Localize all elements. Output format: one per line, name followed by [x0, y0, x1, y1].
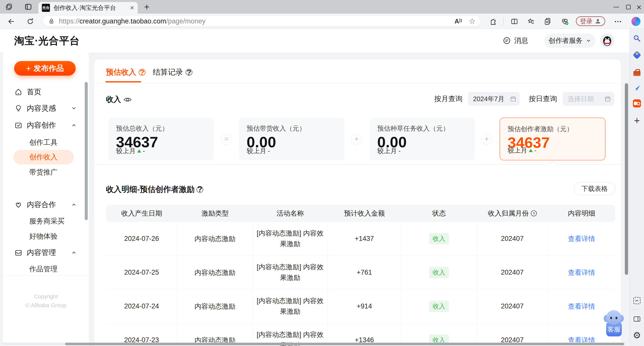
more-menu-icon[interactable] [613, 17, 622, 26]
kuaishou-icon[interactable] [633, 99, 641, 108]
copyright-line: Copyright [3, 293, 89, 300]
card-label: 预估创作者激励（元） [508, 125, 597, 133]
tab-title: 创作收入·淘宝光合平台 [53, 4, 120, 12]
publish-button[interactable]: + 发布作品 [14, 61, 76, 76]
maximize-button[interactable] [623, 2, 633, 12]
shopping-tag-icon[interactable] [633, 51, 641, 59]
view-details-link[interactable]: 查看详情 [568, 234, 595, 243]
chevron-down-icon [586, 38, 591, 43]
sidebar-item-cooperation[interactable]: 内容合作 [3, 198, 89, 211]
customer-service-button[interactable]: 客服 [605, 310, 622, 338]
login-button[interactable]: 登录 [576, 16, 605, 26]
cell-date: 2024-07-25 [106, 256, 178, 289]
card-compare: 较上月- [116, 147, 145, 155]
page-horizontal-scrollbar[interactable] [3, 342, 625, 345]
tab-estimated-income[interactable]: 预估收入 ? [106, 67, 145, 77]
browser-essentials-icon[interactable] [560, 17, 569, 26]
sidebar-divider [632, 309, 642, 310]
creator-service-dropdown[interactable]: 创作者服务 [544, 34, 596, 48]
month-query-input-box[interactable] [468, 92, 520, 106]
cell-month: 202407 [477, 290, 548, 323]
close-button[interactable]: × [634, 2, 644, 12]
copyright-owner: © Alibaba Group [3, 302, 89, 309]
workspaces-icon[interactable] [5, 3, 13, 11]
sidebar-scrollbar[interactable] [85, 82, 88, 220]
sidebar-subitem-service-purchase[interactable]: 服务商采买 [3, 215, 89, 228]
th-type: 激励类型 [178, 209, 253, 218]
th-activity: 活动名称 [253, 209, 328, 218]
cell-activity: [内容动态激励] 内容效果激励 [253, 290, 328, 323]
messages-button[interactable]: 消息 [503, 34, 528, 47]
cell-status: 收入 [401, 290, 477, 323]
tab-close-icon[interactable]: × [130, 4, 134, 11]
sidebar-item-home[interactable]: 首页 [3, 85, 89, 99]
browser-tab[interactable]: 光合 创作收入·淘宝光合平台 × [38, 2, 138, 14]
download-table-button[interactable]: 下载表格 [574, 182, 615, 195]
browser-tab-strip: 光合 创作收入·淘宝光合平台 × + × [0, 0, 644, 14]
cell-detail: 查看详情 [548, 222, 615, 255]
calendar-icon[interactable] [510, 96, 516, 102]
calendar-icon[interactable] [605, 96, 611, 102]
sidebar-subitem-product-trial[interactable]: 好物体验 [3, 230, 89, 243]
new-tab-button[interactable]: + [142, 2, 152, 12]
page-vertical-scrollbar[interactable] [625, 83, 628, 275]
split-screen-icon[interactable] [510, 17, 519, 26]
help-icon[interactable]: ? [531, 210, 537, 216]
sidebar-subitem-promotion[interactable]: 带货推广 [3, 166, 89, 179]
tab-favicon: 光合 [42, 4, 50, 12]
copilot-icon[interactable] [631, 17, 640, 26]
income-title: 收入 [106, 94, 132, 105]
cell-month: 202407 [477, 256, 548, 289]
operator-equals: = [221, 133, 232, 145]
help-icon[interactable]: ? [186, 69, 192, 76]
add-sidebar-item-icon[interactable]: + [633, 116, 641, 125]
read-aloud-icon[interactable]: A)) [454, 18, 462, 25]
income-card-creator-incentive[interactable]: 预估创作者激励（元） 34637 较上月- [500, 118, 605, 160]
eye-icon[interactable] [124, 97, 132, 103]
cell-month: 202407 [477, 222, 548, 255]
send-icon[interactable] [633, 83, 641, 92]
favorites-list-icon[interactable] [526, 17, 535, 26]
settings-gear-icon[interactable]: ⚙ [633, 331, 641, 340]
operator-plus: + [481, 133, 492, 145]
search-icon[interactable] [633, 34, 641, 43]
refresh-button[interactable] [26, 17, 35, 26]
date-query-group: 按月查询 按日查询 [434, 92, 614, 106]
th-month: 收入归属月份? [477, 209, 548, 218]
address-bar[interactable]: https://creator.guanghe.taobao.com/page/… [43, 16, 481, 26]
tools-icon[interactable] [633, 68, 641, 77]
collections-icon[interactable] [543, 17, 552, 26]
favorite-star-icon[interactable]: ☆ [469, 17, 476, 25]
sidebar-subitem-creation-tools[interactable]: 创作工具 [3, 136, 89, 149]
view-details-link[interactable]: 查看详情 [568, 302, 595, 311]
help-icon[interactable]: ? [196, 186, 203, 193]
screenshot-icon[interactable]: ✂ [633, 296, 641, 305]
handshake-heart-icon [15, 201, 22, 209]
sidebar-item-creation[interactable]: 内容创作 [3, 119, 89, 132]
card-label: 预估总收入（元） [116, 124, 206, 133]
minimize-button[interactable] [611, 2, 621, 12]
site-logo[interactable]: 淘宝·光合平台 [14, 34, 80, 48]
view-details-link[interactable]: 查看详情 [568, 268, 595, 277]
selected-card-notch [548, 160, 556, 168]
lock-icon[interactable] [48, 18, 55, 25]
sidebar-subitem-works-management[interactable]: 作品管理 [3, 263, 89, 276]
sidebar-panel-icon[interactable] [633, 315, 641, 323]
day-query-input-box[interactable] [563, 92, 614, 106]
back-button[interactable] [7, 17, 16, 26]
sidebar-item-management[interactable]: 内容管理 [3, 246, 89, 259]
user-avatar[interactable] [600, 34, 614, 48]
income-card-total: 预估总收入（元） 34637 较上月- [108, 118, 214, 160]
tab-settlement-records[interactable]: 结算记录 ? [153, 67, 192, 77]
cell-type: 内容动态激励 [178, 256, 253, 289]
help-icon[interactable]: ? [139, 69, 145, 76]
home-icon [15, 88, 22, 96]
sidebar-item-inspiration[interactable]: 内容灵感 [3, 102, 89, 115]
compose-icon [15, 122, 22, 129]
main-panel: 预估收入 ? 结算记录 ? 收入 按月查询 按日查询 预估 [94, 60, 621, 346]
sidebar-subitem-creation-income[interactable]: 创作收入 [3, 151, 89, 164]
operator-plus: + [351, 133, 362, 145]
extensions-icon[interactable] [489, 17, 498, 26]
vertical-tabs-icon[interactable] [24, 3, 32, 11]
toolbar-divider [503, 18, 504, 25]
